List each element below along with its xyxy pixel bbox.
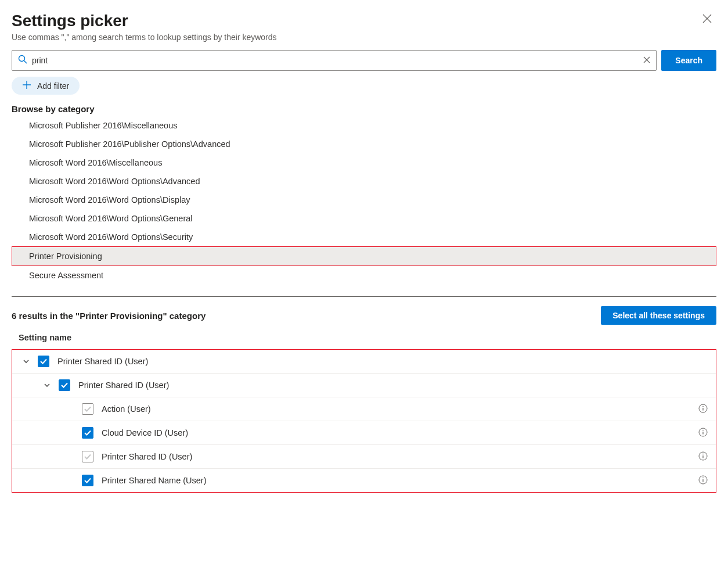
category-item[interactable]: Microsoft Publisher 2016\Miscellaneous — [12, 116, 716, 135]
setting-label: Printer Shared Name (User) — [102, 476, 693, 485]
setting-label: Cloud Device ID (User) — [102, 428, 693, 437]
category-item[interactable]: Microsoft Word 2016\Word Options\Display — [12, 191, 716, 209]
page-subtitle: Use commas "," among search terms to loo… — [12, 33, 277, 42]
search-input-wrapper — [12, 50, 657, 71]
settings-tree: Printer Shared ID (User)Printer Shared I… — [12, 349, 716, 493]
tree-row: Printer Shared ID (User) — [12, 445, 716, 469]
checkbox[interactable] — [82, 427, 93, 439]
search-button[interactable]: Search — [661, 50, 716, 71]
svg-point-10 — [702, 453, 704, 454]
setting-label: Printer Shared ID (User) — [102, 452, 693, 461]
category-item[interactable]: Printer Provisioning — [12, 246, 716, 266]
section-divider — [12, 296, 716, 297]
svg-point-0 — [19, 56, 25, 62]
category-list[interactable]: Microsoft Publisher 2016\MiscellaneousMi… — [12, 116, 716, 285]
add-filter-button[interactable]: Add filter — [12, 77, 80, 95]
search-input[interactable] — [32, 51, 639, 70]
checkbox[interactable] — [82, 475, 93, 486]
svg-line-1 — [24, 61, 27, 64]
plus-icon — [22, 80, 31, 91]
chevron-down-icon[interactable] — [41, 381, 53, 389]
tree-row: Action (User) — [12, 397, 716, 421]
checkbox[interactable] — [59, 379, 70, 391]
setting-label: Printer Shared ID (User) — [57, 357, 708, 366]
close-icon[interactable] — [698, 12, 716, 28]
add-filter-label: Add filter — [37, 81, 69, 91]
clear-icon[interactable] — [639, 55, 650, 66]
search-icon — [18, 55, 27, 66]
setting-name-column-header: Setting name — [12, 333, 716, 342]
category-item[interactable]: Microsoft Word 2016\Word Options\Securit… — [12, 228, 716, 246]
category-item[interactable]: Microsoft Publisher 2016\Publisher Optio… — [12, 135, 716, 153]
tree-row: Printer Shared ID (User) — [12, 374, 716, 397]
info-icon[interactable] — [698, 451, 708, 462]
svg-point-4 — [702, 406, 704, 407]
checkbox[interactable] — [82, 451, 93, 462]
page-title: Settings picker — [12, 12, 277, 30]
checkbox[interactable] — [82, 403, 93, 415]
info-icon[interactable] — [698, 404, 708, 415]
checkbox[interactable] — [38, 356, 49, 367]
info-icon[interactable] — [698, 475, 708, 486]
category-item[interactable]: Microsoft Word 2016\Word Options\General — [12, 209, 716, 228]
tree-row: Printer Shared Name (User) — [12, 469, 716, 492]
svg-point-7 — [702, 429, 704, 430]
browse-by-category-label: Browse by category — [12, 104, 716, 114]
svg-point-13 — [702, 477, 704, 478]
results-count: 6 results in the "Printer Provisioning" … — [12, 311, 206, 321]
info-icon[interactable] — [698, 428, 708, 439]
category-item[interactable]: Microsoft Word 2016\Miscellaneous — [12, 153, 716, 172]
select-all-button[interactable]: Select all these settings — [601, 306, 716, 325]
tree-row: Cloud Device ID (User) — [12, 421, 716, 445]
setting-label: Printer Shared ID (User) — [78, 381, 708, 390]
chevron-down-icon[interactable] — [20, 357, 32, 365]
category-item[interactable]: Secure Assessment — [12, 266, 716, 285]
category-item[interactable]: Microsoft Word 2016\Word Options\Advance… — [12, 172, 716, 191]
tree-row: Printer Shared ID (User) — [12, 350, 716, 374]
setting-label: Action (User) — [102, 404, 693, 414]
